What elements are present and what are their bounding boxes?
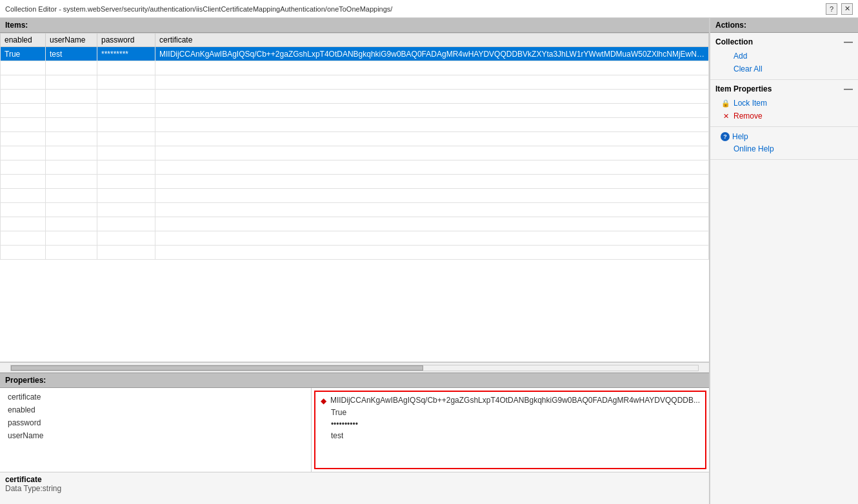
- empty-cell: [97, 146, 155, 160]
- table-row-empty[interactable]: [1, 75, 709, 90]
- prop-value-row-enabled: True: [321, 407, 700, 418]
- prop-item-userName[interactable]: userName: [0, 429, 311, 442]
- empty-cell: [1, 189, 46, 203]
- table-row-empty[interactable]: [1, 175, 709, 189]
- empty-cell: [1, 61, 46, 75]
- collection-title-text: Collection: [715, 37, 753, 46]
- cell-certificate: MIIDijCCAnKgAwIBAgIQSq/Cb++2gaZGshLxpT4O…: [155, 47, 709, 61]
- table-row-empty[interactable]: [1, 90, 709, 104]
- actions-header: Actions:: [710, 18, 858, 33]
- item-properties-title-text: Item Properties: [715, 84, 772, 93]
- table-row-empty[interactable]: [1, 118, 709, 132]
- table-row-empty[interactable]: [1, 61, 709, 75]
- empty-cell: [1, 203, 46, 217]
- help-label: Help: [732, 132, 748, 141]
- item-properties-collapse-btn[interactable]: —: [844, 84, 853, 94]
- empty-cell: [46, 160, 97, 175]
- empty-cell: [155, 75, 709, 90]
- remove-button[interactable]: ✕ Remove: [715, 110, 853, 122]
- remove-icon: ✕: [721, 111, 731, 121]
- prop-item-password[interactable]: password: [0, 416, 311, 429]
- cell-userName: test: [46, 47, 97, 61]
- help-button[interactable]: ?: [826, 3, 837, 15]
- prop-bullet-icon: ◆: [321, 396, 326, 405]
- empty-cell: [1, 246, 46, 260]
- prop-value-text-certificate: MIIDijCCAnKgAwIBAgIQSq/Cb++2gaZGshLxpT4O…: [330, 396, 700, 405]
- horizontal-scrollbar[interactable]: [0, 362, 709, 373]
- empty-cell: [155, 146, 709, 160]
- prop-item-certificate[interactable]: certificate: [0, 391, 311, 403]
- add-icon: [721, 51, 731, 61]
- empty-cell: [46, 75, 97, 90]
- clear-all-label: Clear All: [733, 64, 763, 73]
- prop-value-row-password: ••••••••••: [321, 418, 700, 430]
- status-desc: Data Type:string: [5, 484, 704, 493]
- table-row-empty[interactable]: [1, 104, 709, 118]
- item-properties-section-title: Item Properties —: [715, 84, 853, 94]
- empty-cell: [97, 132, 155, 146]
- add-label: Add: [733, 52, 747, 61]
- empty-cell: [1, 217, 46, 231]
- col-header-username: userName: [46, 34, 97, 47]
- table-row-empty[interactable]: [1, 231, 709, 246]
- table-row-empty[interactable]: [1, 160, 709, 175]
- items-header: Items:: [0, 18, 709, 33]
- remove-label: Remove: [733, 111, 763, 121]
- empty-cell: [1, 132, 46, 146]
- cell-enabled: True: [1, 47, 46, 61]
- col-header-certificate: certificate: [155, 34, 709, 47]
- table-row[interactable]: Truetest*********MIIDijCCAnKgAwIBAgIQSq/…: [1, 47, 709, 61]
- close-button[interactable]: ✕: [841, 3, 853, 15]
- table-row-empty[interactable]: [1, 146, 709, 160]
- clear-all-icon: [721, 64, 731, 74]
- empty-cell: [97, 175, 155, 189]
- empty-cell: [97, 189, 155, 203]
- table-container[interactable]: enabled userName password certificate Tr…: [0, 33, 709, 362]
- online-help-icon: [721, 144, 731, 154]
- empty-cell: [46, 217, 97, 231]
- prop-value-text-password: ••••••••••: [331, 420, 358, 429]
- left-panel: Items: enabled userName password certifi…: [0, 18, 710, 504]
- collection-collapse-btn[interactable]: —: [844, 37, 853, 47]
- lock-item-button[interactable]: 🔒 Lock Item: [715, 97, 853, 110]
- lock-icon: 🔒: [721, 98, 731, 108]
- properties-area: certificateenabledpassworduserName ◆MIID…: [0, 388, 709, 472]
- prop-item-enabled[interactable]: enabled: [0, 403, 311, 416]
- title-bar-controls: ? ✕: [826, 3, 853, 15]
- empty-cell: [155, 104, 709, 118]
- add-button[interactable]: Add: [715, 50, 853, 63]
- table-row-empty[interactable]: [1, 132, 709, 146]
- table-header-row: enabled userName password certificate: [1, 34, 709, 47]
- col-header-password: password: [97, 34, 155, 47]
- title-bar-text: Collection Editor - system.webServer/sec…: [5, 5, 392, 13]
- empty-cell: [46, 90, 97, 104]
- help-button-action[interactable]: ? Help: [715, 131, 853, 142]
- title-bar: Collection Editor - system.webServer/sec…: [0, 0, 858, 18]
- table-row-empty[interactable]: [1, 246, 709, 260]
- empty-cell: [46, 61, 97, 75]
- online-help-button[interactable]: Online Help: [715, 142, 853, 155]
- empty-cell: [1, 104, 46, 118]
- table-row-empty[interactable]: [1, 189, 709, 203]
- clear-all-button[interactable]: Clear All: [715, 63, 853, 75]
- empty-cell: [46, 132, 97, 146]
- empty-cell: [155, 203, 709, 217]
- empty-cell: [97, 75, 155, 90]
- empty-cell: [46, 203, 97, 217]
- prop-value-row-certificate: ◆MIIDijCCAnKgAwIBAgIQSq/Cb++2gaZGshLxpT4…: [321, 394, 700, 407]
- prop-value-row-userName: test: [321, 430, 700, 441]
- cell-password: *********: [97, 47, 155, 61]
- empty-cell: [1, 160, 46, 175]
- table-row-empty[interactable]: [1, 217, 709, 231]
- empty-cell: [155, 90, 709, 104]
- item-properties-section: Item Properties — 🔒 Lock Item ✕ Remove: [710, 80, 858, 127]
- empty-cell: [46, 189, 97, 203]
- empty-cell: [97, 61, 155, 75]
- empty-cell: [155, 132, 709, 146]
- collection-section-title: Collection —: [715, 37, 853, 47]
- table-row-empty[interactable]: [1, 203, 709, 217]
- lock-item-label: Lock Item: [733, 99, 767, 108]
- empty-cell: [97, 246, 155, 260]
- empty-cell: [1, 118, 46, 132]
- properties-header: Properties:: [0, 373, 709, 388]
